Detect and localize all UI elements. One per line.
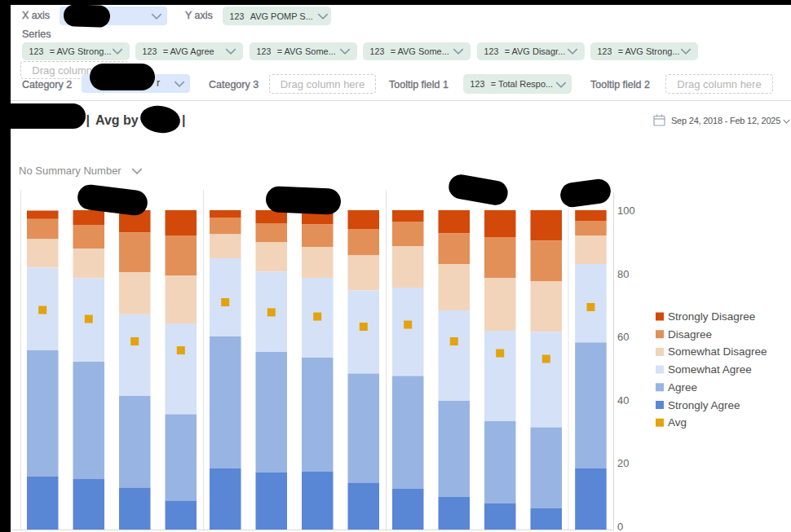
svg-text:80: 80: [617, 268, 629, 280]
svg-text:Strongly Agree: Strongly Agree: [668, 399, 740, 411]
svg-text:Strongly Disagree: Strongly Disagree: [668, 310, 755, 323]
svg-text:0: 0: [617, 521, 623, 532]
svg-text:Disagree: Disagree: [668, 328, 712, 341]
svg-text:Avg: Avg: [668, 416, 687, 429]
svg-text:60: 60: [617, 331, 629, 343]
svg-text:Somewhat Agree: Somewhat Agree: [668, 363, 752, 376]
svg-text:100: 100: [617, 204, 635, 217]
svg-text:Somewhat Disagree: Somewhat Disagree: [668, 345, 767, 358]
svg-text:Agree: Agree: [668, 381, 697, 394]
svg-text:20: 20: [617, 457, 629, 469]
svg-text:40: 40: [617, 394, 629, 407]
